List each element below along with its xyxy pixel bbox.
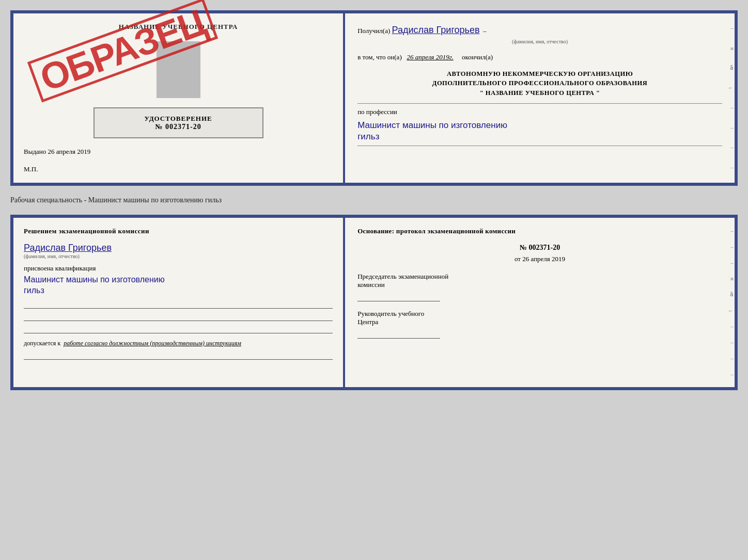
issued-label: Выдано — [24, 148, 46, 155]
cert-title: УДОСТОВЕРЕНИЕ — [103, 115, 254, 123]
decision-title: Решением экзаменационной комиссии — [24, 227, 333, 235]
assigned-text: присвоена квалификация — [24, 264, 333, 273]
profession-label: по профессии — [357, 107, 722, 118]
bmark9: – — [726, 355, 734, 361]
fio-sublabel-bottom: (фамилия, имя, отчество) — [24, 253, 333, 259]
top-doc-left: НАЗВАНИЕ УЧЕБНОГО ЦЕНТРА ОБРАЗЕЦ УДОСТОВ… — [13, 13, 345, 183]
issued-date: 26 апреля 2019 — [48, 148, 91, 155]
underline-row2 — [24, 313, 333, 321]
org-line2: ДОПОЛНИТЕЛЬНОГО ПРОФЕССИОНАЛЬНОГО ОБРАЗО… — [357, 78, 722, 88]
top-document: НАЗВАНИЕ УЧЕБНОГО ЦЕНТРА ОБРАЗЕЦ УДОСТОВ… — [10, 10, 738, 186]
specialty-label: Рабочая специальность - Машинист машины … — [10, 195, 738, 205]
bmark6: ← — [726, 308, 734, 314]
cert-number: № 002371-20 — [103, 123, 254, 131]
in-that-label: в том, что он(а) — [357, 53, 402, 61]
date-line: в том, что он(а) 26 апреля 2019г. окончи… — [357, 52, 722, 63]
chairman-label2: комиссии — [357, 281, 722, 289]
date-value: 26 апреля 2019г. — [407, 53, 453, 61]
cert-doc-inner: УДОСТОВЕРЕНИЕ № 002371-20 — [24, 103, 333, 142]
org-block: АВТОНОМНУЮ НЕКОММЕРЧЕСКУЮ ОРГАНИЗАЦИЮ ДО… — [357, 69, 722, 98]
profession-name-text: Машинист машины по изготовлению — [357, 120, 507, 130]
allow-label: допускается к — [24, 340, 60, 347]
binding-marks-top: – и а̃ ← – – – – — [725, 13, 735, 183]
received-label: Получил(а) — [357, 27, 390, 35]
mark8: – — [726, 163, 734, 172]
mark6: – — [726, 123, 734, 133]
top-left-center-title: НАЗВАНИЕ УЧЕБНОГО ЦЕНТРА — [24, 23, 333, 31]
head-sig-line — [357, 328, 440, 339]
allow-italic-text: работе согласно должностным (производств… — [64, 340, 241, 347]
top-doc-right: Получил(а) Радислав Григорьев – (фамилия… — [345, 13, 735, 183]
bmark2: – — [726, 244, 734, 250]
org-line1: АВТОНОМНУЮ НЕКОММЕРЧЕСКУЮ ОРГАНИЗАЦИЮ — [357, 69, 722, 79]
allow-text-block: допускается к работе согласно должностны… — [24, 340, 333, 347]
chairman-label: Председатель экзаменационной — [357, 273, 722, 281]
received-line: Получил(а) Радислав Григорьев – (фамилия… — [357, 23, 722, 46]
profession-name2-text: гильз — [357, 132, 379, 141]
divider2 — [357, 146, 722, 146]
received-name: Радислав Григорьев — [392, 25, 480, 35]
bmark8: – — [726, 339, 734, 345]
mark3: а̃ — [726, 63, 734, 73]
protocol-number: № 002371-20 — [357, 244, 722, 252]
divider1 — [357, 103, 722, 104]
underline-row4 — [24, 351, 333, 360]
head-label: Руководитель учебного — [357, 310, 722, 318]
bottom-doc-right: Основание: протокол экзаменационной коми… — [345, 218, 735, 387]
protocol-date-prefix: от — [515, 255, 521, 263]
profession-name: Машинист машины по изготовлению — [357, 120, 722, 131]
bmark7: – — [726, 323, 734, 329]
mark4: ← — [726, 84, 734, 93]
bottom-document: Решением экзаменационной комиссии Радисл… — [10, 215, 738, 390]
underline-row1 — [24, 300, 333, 309]
protocol-date: от 26 апреля 2019 — [357, 255, 722, 263]
binding-marks-bottom: – – – и а̃ ← – – – – — [725, 218, 735, 387]
chairman-sig-line — [357, 291, 440, 301]
issued-line: Выдано 26 апреля 2019 — [24, 148, 333, 156]
mark1: – — [726, 24, 734, 33]
bottom-doc-left: Решением экзаменационной комиссии Радисл… — [13, 218, 345, 387]
protocol-date-value: 26 апреля 2019 — [522, 255, 565, 263]
bmark10: – — [726, 371, 734, 377]
fio-sublabel-top: (фамилия, имя, отчество) — [357, 38, 722, 46]
bmark3: – — [726, 260, 734, 266]
bmark5: а̃ — [726, 291, 734, 298]
mp-label: М.П. — [24, 165, 333, 173]
mark7: – — [726, 143, 734, 152]
mark5: – — [726, 103, 734, 113]
org-line3: " НАЗВАНИЕ УЧЕБНОГО ЦЕНТРА " — [357, 88, 722, 98]
bmark1: – — [726, 228, 734, 234]
page-wrapper: НАЗВАНИЕ УЧЕБНОГО ЦЕНТРА ОБРАЗЕЦ УДОСТОВ… — [10, 10, 738, 390]
head-label2: Центра — [357, 318, 722, 326]
qualification-cursive2: гильз — [24, 285, 333, 296]
finished-label: окончил(а) — [462, 53, 493, 61]
mark2: и — [726, 44, 734, 53]
qualification-cursive: Машинист машины по изготовлению — [24, 275, 333, 285]
bmark4: и — [726, 275, 734, 281]
basis-title: Основание: протокол экзаменационной коми… — [357, 227, 722, 235]
chairman-block: Председатель экзаменационной комиссии — [357, 273, 722, 301]
profession-name2: гильз — [357, 131, 722, 142]
person-name-cursive: Радислав Григорьев — [24, 243, 333, 253]
photo-area — [157, 41, 200, 98]
underline-row3 — [24, 325, 333, 333]
cert-box: УДОСТОВЕРЕНИЕ № 002371-20 — [93, 107, 263, 138]
head-block: Руководитель учебного Центра — [357, 310, 722, 339]
